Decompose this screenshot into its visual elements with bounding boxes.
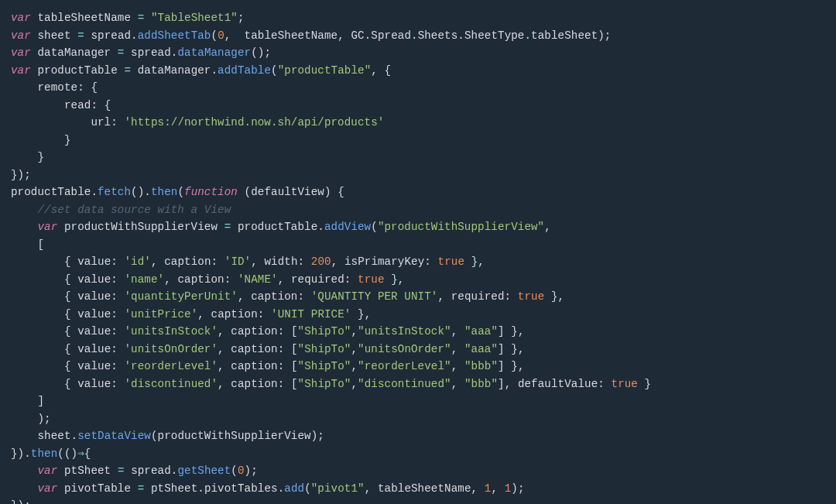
keyword-var: var: [11, 64, 31, 77]
prop: caption: [231, 343, 277, 355]
number: 1: [505, 482, 512, 495]
identifier: productWithSupplierView: [158, 430, 311, 442]
method: addTable: [218, 64, 271, 77]
identifier: productWithSupplierView: [64, 221, 218, 233]
method: add: [284, 482, 304, 495]
identifier: spread: [131, 465, 171, 477]
string: "ShipTo": [298, 325, 351, 338]
identifier: tableSheet: [531, 29, 598, 42]
string: "ShipTo": [298, 378, 351, 390]
prop: caption: [177, 273, 224, 286]
string: "productWithSupplierView": [378, 221, 544, 233]
prop: value: [77, 360, 111, 372]
prop: read: [64, 99, 91, 111]
string: 'QUANTITY PER UNIT': [311, 290, 438, 303]
prop: required: [291, 273, 344, 286]
code-block: var tableSheetName = "TableSheet1"; var …: [0, 0, 836, 504]
prop: isPrimaryKey: [344, 255, 424, 268]
prop: caption: [231, 378, 277, 390]
prop: value: [77, 255, 111, 268]
string: 'NAME': [238, 273, 278, 286]
keyword-var: var: [11, 29, 31, 42]
string: "unitsInStock": [358, 325, 451, 338]
identifier: dataManager: [37, 46, 111, 59]
string: 'UNIT PRICE': [271, 308, 351, 321]
method: addView: [324, 221, 371, 233]
identifier: spread: [91, 29, 131, 42]
bool: true: [518, 290, 544, 303]
keyword-var: var: [11, 12, 31, 24]
bool: true: [612, 378, 638, 390]
identifier: sheet: [37, 29, 70, 42]
prop: value: [77, 325, 111, 338]
keyword-var: var: [37, 482, 57, 495]
identifier: productTable: [11, 186, 91, 198]
string: 'unitsInStock': [125, 325, 218, 338]
prop: caption: [164, 255, 211, 268]
string: "reorderLevel": [358, 360, 451, 372]
string: 'reorderLevel': [125, 360, 218, 372]
string: 'unitsOnOrder': [125, 343, 218, 355]
string: "TableSheet1": [151, 12, 238, 24]
identifier: GC: [351, 29, 364, 42]
number: 0: [218, 29, 224, 42]
string: 'unitPrice': [125, 308, 198, 321]
identifier: Sheets: [418, 29, 458, 42]
comment: //set data source with a View: [37, 204, 231, 216]
string: "ShipTo": [298, 360, 351, 372]
method: then: [31, 447, 57, 460]
identifier: ptSheet: [64, 465, 111, 477]
method: setDataView: [77, 430, 151, 442]
keyword-function: function: [184, 186, 238, 198]
prop: value: [77, 273, 111, 286]
keyword-var: var: [11, 46, 31, 59]
string: 'name': [125, 273, 165, 286]
prop: url: [91, 116, 111, 129]
string: "ShipTo": [298, 343, 351, 355]
identifier: productTable: [238, 221, 317, 233]
identifier: ptSheet: [151, 482, 197, 495]
identifier: productTable: [37, 64, 117, 77]
identifier: tableSheetName: [245, 29, 338, 42]
string: "bbb": [464, 378, 498, 390]
prop: value: [77, 378, 111, 390]
identifier: SheetType: [464, 29, 525, 42]
string: 'quantityPerUnit': [125, 290, 238, 303]
identifier: tableSheetName: [378, 482, 471, 495]
string: "aaa": [464, 343, 498, 355]
string: "aaa": [464, 325, 498, 338]
string: 'discontinued': [125, 378, 218, 390]
keyword-var: var: [37, 221, 57, 233]
number: 0: [238, 465, 245, 477]
prop: caption: [211, 308, 258, 321]
prop: width: [265, 255, 298, 268]
identifier: sheet: [37, 430, 70, 442]
string: 'https://northwind.now.sh/api/products': [124, 116, 384, 129]
method: fetch: [98, 186, 131, 198]
string: "unitsOnOrder": [358, 343, 451, 355]
prop: caption: [231, 325, 277, 338]
prop: defaultValue: [518, 378, 598, 390]
prop: caption: [251, 290, 297, 303]
identifier: spread: [131, 46, 171, 59]
identifier: dataManager: [138, 64, 211, 77]
identifier: Spread: [371, 29, 411, 42]
method: dataManager: [177, 46, 251, 59]
keyword-var: var: [37, 465, 57, 477]
string: 'ID': [224, 255, 251, 268]
identifier: defaultView: [251, 186, 324, 198]
string: "discontinued": [358, 378, 451, 390]
identifier: pivotTables: [204, 482, 278, 495]
method: addSheetTab: [138, 29, 211, 42]
method: then: [151, 186, 177, 198]
identifier: pivotTable: [64, 482, 131, 495]
prop: value: [77, 343, 111, 355]
string: 'id': [125, 255, 151, 268]
identifier: tableSheetName: [37, 12, 131, 24]
bool: true: [358, 273, 384, 286]
prop: remote: [37, 81, 77, 94]
prop: required: [451, 290, 505, 303]
op-eq: =: [138, 12, 145, 24]
prop: caption: [231, 360, 277, 372]
method: getSheet: [177, 465, 231, 477]
